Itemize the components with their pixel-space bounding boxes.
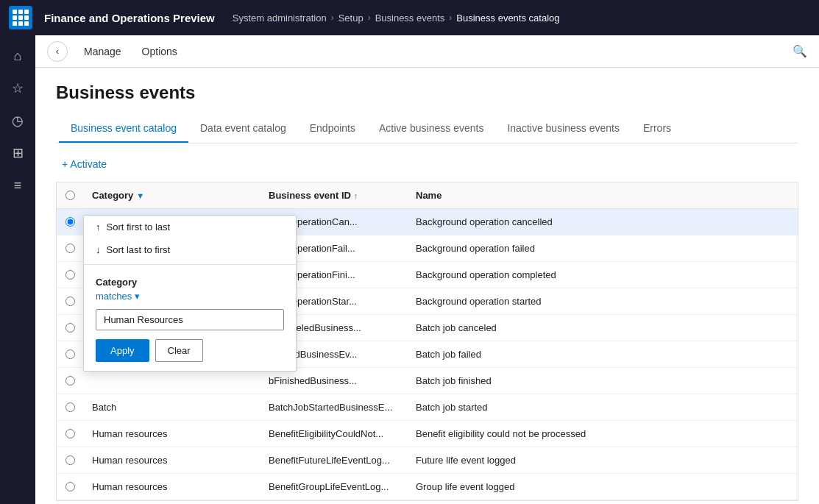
row-radio-9[interactable] [57,450,83,471]
row-radio-1[interactable] [57,238,83,259]
row-radio-7[interactable] [57,397,83,418]
row-radio-10[interactable] [57,476,83,497]
row-eventid-7: BatchJobStartedBusinessE... [260,394,407,420]
row-category-7: Batch [83,394,260,420]
row-eventid-8: BenefitEligibilityCouldNot... [260,421,407,447]
data-table: Category ▼ Business event ID ↑ Name ↑ [56,182,798,501]
breadcrumb-sep-2: › [368,13,371,23]
tab-endpoints[interactable]: Endpoints [298,115,367,143]
filter-matches-label: matches [96,291,132,302]
sidebar-favorites[interactable]: ☆ [3,74,32,103]
row-radio-6[interactable] [57,370,83,391]
activate-button[interactable]: + Activate [56,155,113,173]
table-row[interactable]: bFinishedBusiness... Batch job finished [57,368,798,394]
waffle-menu[interactable] [9,6,32,29]
options-button[interactable]: Options [138,43,182,60]
tab-catalog[interactable]: Business event catalog [59,115,188,143]
row-radio-8[interactable] [57,423,83,444]
row-name-4: Batch job canceled [407,315,798,341]
sidebar-home[interactable]: ⌂ [3,41,32,71]
sort-desc-icon: ↓ [96,244,101,255]
app-name: Finance and Operations Preview [44,12,215,24]
category-sort-icon: ▼ [136,191,144,200]
sort-asc-icon: ↑ [96,221,101,233]
row-category-10: Human resources [83,474,260,500]
breadcrumb: System administration › Setup › Business… [233,13,560,24]
col-category-label: Category [92,190,133,201]
row-radio-4[interactable] [57,317,83,338]
row-eventid-10: BenefitGroupLifeEventLog... [260,474,407,500]
filter-matches-chevron: ▾ [135,291,140,302]
row-eventid-9: BenefitFutureLifeEventLog... [260,447,407,473]
page-title: Business events [56,82,798,103]
apply-button[interactable]: Apply [96,339,149,362]
manage-button[interactable]: Manage [79,43,126,60]
filter-matches-dropdown[interactable]: matches ▾ [96,291,284,302]
col-name-label: Name [416,190,442,201]
row-radio-2[interactable] [57,264,83,285]
row-name-3: Background operation started [407,288,798,314]
tab-inactive-events[interactable]: Inactive business events [495,115,631,143]
row-radio-5[interactable] [57,344,83,365]
tabs-bar: Business event catalog Data event catalo… [56,115,798,143]
layout: ⌂ ☆ ◷ ⊞ ≡ ‹ Manage Options 🔍 Business ev… [0,35,819,504]
toolbar: + Activate [56,155,798,173]
select-all-radio[interactable] [65,191,75,200]
breadcrumb-item-2[interactable]: Setup [338,13,364,24]
sidebar-modules[interactable]: ≡ [3,171,32,200]
row-name-5: Batch job failed [407,341,798,367]
table-row[interactable]: Human resources BenefitGroupLifeEventLog… [57,474,798,500]
row-name-7: Batch job started [407,394,798,420]
tab-data-event[interactable]: Data event catalog [188,115,298,143]
table-row[interactable]: Human resources BenefitEligibilityCouldN… [57,421,798,447]
col-eventid[interactable]: Business event ID ↑ [260,182,407,208]
filter-actions: Apply Clear [96,339,284,362]
table-row[interactable]: Batch BatchJobStartedBusinessE... Batch … [57,394,798,421]
filter-popup: ↑ Sort first to last ↓ Sort last to firs… [83,215,297,372]
breadcrumb-item-3[interactable]: Business events [375,13,445,24]
clear-button[interactable]: Clear [155,339,203,362]
sidebar-workspaces[interactable]: ⊞ [3,138,32,168]
secondbar: ‹ Manage Options 🔍 [35,35,819,68]
row-name-1: Background operation failed [407,235,798,261]
row-eventid-6: bFinishedBusiness... [260,368,407,394]
col-eventid-label: Business event ID [269,190,351,201]
row-radio-0[interactable] [57,211,83,233]
row-name-2: Background operation completed [407,262,798,288]
breadcrumb-sep-3: › [449,13,452,23]
back-button[interactable]: ‹ [47,41,68,62]
filter-body: Category matches ▾ Apply Clear [84,268,296,371]
table-header: Category ▼ Business event ID ↑ Name [57,182,798,209]
row-name-0: Background operation cancelled [407,209,798,235]
eventid-sort-icon: ↑ [354,191,358,200]
col-name: Name [407,182,798,208]
col-select [57,183,83,207]
row-category-8: Human resources [83,421,260,447]
breadcrumb-item-4: Business events catalog [456,13,559,24]
tab-errors[interactable]: Errors [631,115,683,143]
row-category-9: Human resources [83,447,260,473]
row-category-6 [83,374,260,388]
row-radio-3[interactable] [57,291,83,312]
content-area: ‹ Manage Options 🔍 Business events Busin… [35,35,819,504]
sort-asc-label: Sort first to last [107,221,171,233]
row-name-9: Future life event logged [407,447,798,473]
table-row[interactable]: Human resources BenefitFutureLifeEventLo… [57,447,798,474]
sidebar: ⌂ ☆ ◷ ⊞ ≡ [0,35,35,504]
breadcrumb-item-1[interactable]: System administration [233,13,327,24]
sort-desc-item[interactable]: ↓ Sort last to first [84,238,296,261]
row-name-8: Benefit eligibility could not be process… [407,421,798,447]
tab-active-events[interactable]: Active business events [367,115,495,143]
filter-field-label: Category [96,277,284,288]
row-name-10: Group life event logged [407,474,798,500]
sort-desc-label: Sort last to first [107,244,171,255]
filter-divider [84,264,296,265]
col-category[interactable]: Category ▼ [83,182,260,208]
row-name-6: Batch job finished [407,368,798,394]
topbar: Finance and Operations Preview System ad… [0,0,819,35]
sidebar-recent[interactable]: ◷ [3,106,32,135]
filter-input[interactable] [96,309,284,330]
page-content: Business events Business event catalog D… [35,68,819,504]
search-button[interactable]: 🔍 [793,44,807,58]
sort-asc-item[interactable]: ↑ Sort first to last [84,216,296,238]
